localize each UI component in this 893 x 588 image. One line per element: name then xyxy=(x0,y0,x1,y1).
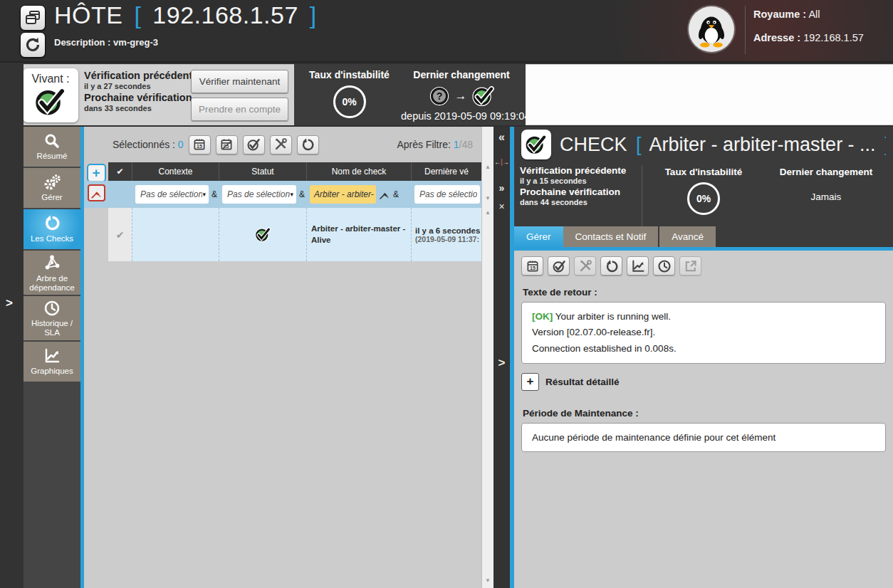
column-header-contexte[interactable]: Contexte xyxy=(132,162,219,181)
broom-icon-dark[interactable] xyxy=(379,189,390,200)
recheck-now-button[interactable] xyxy=(600,256,622,275)
contexte-filter-select[interactable]: Pas de sélection ▾ xyxy=(135,185,209,204)
flapping-label: Taux d'instabilité xyxy=(301,69,397,80)
row-check-name[interactable]: Arbiter - arbiter-master - Alive xyxy=(306,208,411,261)
fix-tools-button[interactable] xyxy=(574,256,596,275)
table-gutter-header: + xyxy=(84,162,108,181)
acknowledge-checks-button[interactable] xyxy=(243,135,265,154)
status-bar-middle: Taux d'instabilité 0% Dernier changement… xyxy=(294,64,526,125)
close-panel-icon[interactable]: × xyxy=(494,201,510,212)
last-change-value: depuis 2019-05-09 09:19:04 xyxy=(401,110,522,122)
check-now-button[interactable]: Vérifier maintenant xyxy=(191,70,288,93)
graph-button[interactable] xyxy=(627,256,649,275)
row-statut-cell[interactable] xyxy=(219,208,306,261)
maintenance-label: Période de Maintenance : xyxy=(523,408,886,419)
refresh-icon xyxy=(24,36,41,53)
cancel-downtime-button[interactable]: 25 xyxy=(216,135,238,154)
check-detail-panel: CHECK [ Arbiter - arbiter-master - ... ]… xyxy=(514,127,893,588)
detail-title: CHECK [ Arbiter - arbiter-master - ... ] xyxy=(560,134,886,156)
name-filter-input[interactable]: Arbiter - arbiter- xyxy=(310,185,376,204)
detailed-result-toggle[interactable]: + Résultat détaillé xyxy=(521,373,886,391)
add-check-button[interactable]: + xyxy=(87,164,106,182)
column-header-derniere-verification[interactable]: Dernière vé xyxy=(411,162,481,181)
last-change-label: Dernier changement xyxy=(765,167,887,177)
column-header-statut[interactable]: Statut xyxy=(219,162,306,181)
calendar-icon: 15 xyxy=(192,137,207,152)
tab-contacts-et-notif[interactable]: Contacts et Notif xyxy=(563,226,660,247)
schedule-downtime-button[interactable]: 15 xyxy=(521,256,543,275)
status-ok-icon xyxy=(34,85,67,118)
expand-plus-icon[interactable]: + xyxy=(521,373,539,391)
host-type-button[interactable] xyxy=(20,5,46,31)
resize-panel-icon[interactable]: ←|→ xyxy=(494,158,510,166)
derniere-filter-select[interactable]: Pas de sélection xyxy=(414,185,480,204)
prev-check-value: il y a 15 secondes xyxy=(520,177,636,186)
output-label: Texte de retour : xyxy=(523,287,886,298)
external-link-button[interactable] xyxy=(679,256,701,275)
sidebar-item-les-checks[interactable]: Les Checks xyxy=(24,209,80,249)
sidebar-item-graphiques[interactable]: Graphiques xyxy=(24,342,80,382)
acknowledge-check-button[interactable] xyxy=(548,256,570,275)
current-state-ok-icon xyxy=(472,85,495,107)
history-button[interactable] xyxy=(653,256,675,275)
detail-toolbar: 15 xyxy=(521,256,886,275)
expand-panel-icon[interactable]: » xyxy=(494,182,510,194)
host-address-title: 192.168.1.57 xyxy=(152,1,298,28)
table-gutter-filler xyxy=(84,208,108,588)
schedule-downtime-button[interactable]: 15 xyxy=(189,135,211,154)
reset-selection-button[interactable] xyxy=(297,135,319,154)
sidebar-item-arbre-de-dependance[interactable]: Arbre de dépendance xyxy=(24,251,80,295)
sidebar-item-gerer[interactable]: Gérer xyxy=(24,168,80,208)
clear-filters-button[interactable] xyxy=(88,184,105,201)
row-selected-check-icon: ✔ xyxy=(116,229,125,241)
scroll-down-icon[interactable]: ▼ xyxy=(482,577,494,584)
calendar-cancel-icon: 25 xyxy=(219,137,234,152)
description-label: Description : xyxy=(54,37,110,48)
checks-refresh-icon xyxy=(43,215,61,232)
undo-icon xyxy=(605,259,619,273)
sidebar-item-resume[interactable]: Résumé xyxy=(24,127,80,167)
row-last-check-relative: il y a 6 secondes xyxy=(415,226,480,235)
output-line: [OK] Your arbiter is running well. xyxy=(532,309,875,325)
host-type-label: HÔTE xyxy=(54,1,122,28)
row-last-check-date: (2019-05-09 11:37: xyxy=(415,235,479,243)
host-check-timing: Vérification précédente il y a 27 second… xyxy=(84,70,198,115)
sidebar-item-historique-sla[interactable]: Historique / SLA xyxy=(24,296,80,340)
panel-splitter[interactable]: « ←|→ » × > xyxy=(494,127,510,588)
scroll-up-icon[interactable]: ▲ xyxy=(482,209,494,216)
tab-gerer[interactable]: Gérer xyxy=(514,226,563,247)
svg-text:15: 15 xyxy=(530,266,536,271)
tab-avance[interactable]: Avancé xyxy=(659,226,717,247)
column-header-select[interactable]: ✔ xyxy=(108,162,132,181)
table-scrollbar[interactable]: ▲ ▼ ▲ ▼ xyxy=(481,127,494,588)
check-type-label: CHECK xyxy=(560,134,627,155)
scroll-down-icon[interactable]: ▼ xyxy=(482,195,494,201)
row-contexte-cell[interactable] xyxy=(132,208,219,261)
penguin-icon xyxy=(693,9,730,49)
after-filter-text: Après Filtre: 1/48 xyxy=(397,139,473,150)
sidebar-filler xyxy=(24,383,80,588)
detail-title-bar: CHECK [ Arbiter - arbiter-master - ... ] xyxy=(514,127,893,162)
chart-icon xyxy=(631,259,645,273)
fix-tools-button[interactable] xyxy=(270,135,292,154)
last-change-block: Dernier changement ? → xyxy=(401,69,522,122)
resize-right-arrow: → xyxy=(502,158,509,166)
clock-icon xyxy=(43,300,61,317)
row-select-cell[interactable]: ✔ xyxy=(108,208,132,261)
row-last-check[interactable]: il y a 6 secondes (2019-05-09 11:37: xyxy=(411,208,481,261)
scroll-up-icon[interactable]: ▲ xyxy=(482,164,494,170)
column-header-nom-de-check[interactable]: Nom de check xyxy=(306,162,411,181)
avatar[interactable] xyxy=(689,6,734,52)
search-icon xyxy=(43,132,61,149)
flapping-value: 0% xyxy=(333,85,366,118)
rail-expand-icon[interactable]: > xyxy=(6,296,13,310)
detail-flapping-block: Taux d'instabilité 0% xyxy=(642,165,765,226)
collapse-panel-icon[interactable]: « xyxy=(494,131,510,144)
statut-filter-select[interactable]: Pas de sélection ▾ xyxy=(222,185,296,204)
acknowledge-button[interactable]: Prendre en compte xyxy=(191,98,288,121)
refresh-button[interactable] xyxy=(20,32,46,58)
realm-row: Royaume : All xyxy=(753,9,864,20)
open-panel-icon[interactable]: > xyxy=(494,356,510,370)
gears-icon xyxy=(43,174,61,191)
flapping-label: Taux d'instabilité xyxy=(642,167,765,177)
